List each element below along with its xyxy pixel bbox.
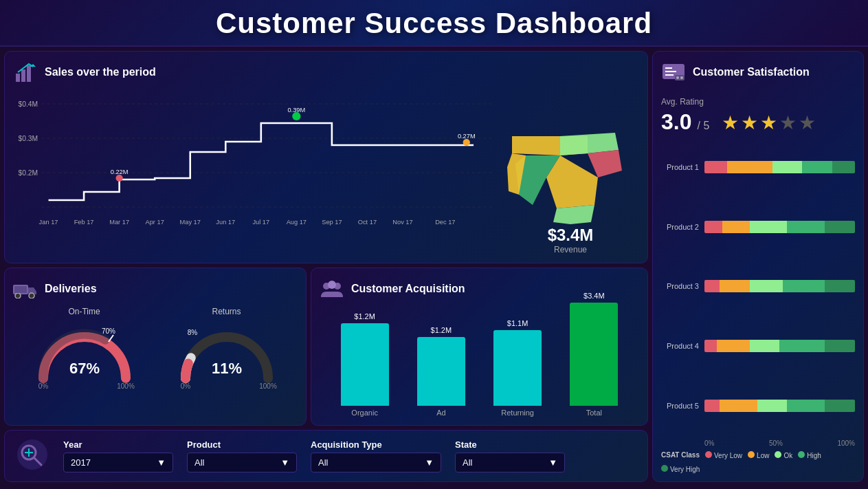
svg-text:May 17: May 17 (180, 219, 201, 226)
csat-bars: Product 1 Product 2 (661, 140, 855, 438)
sales-chart: $0.4M $0.3M $0.2M 0.22M 0.39M 0.27M (13, 90, 495, 228)
svg-point-15 (463, 139, 470, 146)
svg-point-56 (680, 76, 683, 79)
svg-text:Jul 17: Jul 17 (252, 219, 269, 226)
acquisition-select[interactable]: All ▼ (311, 453, 441, 472)
svg-text:Feb 17: Feb 17 (74, 219, 94, 226)
svg-text:67%: 67% (69, 360, 99, 377)
revenue-label: Revenue (554, 245, 587, 254)
dashboard-title: Customer Success Dashboard (0, 7, 868, 40)
acquisition-icon (320, 276, 344, 301)
svg-text:8%: 8% (187, 329, 197, 336)
svg-point-30 (15, 293, 21, 298)
svg-rect-0 (16, 74, 20, 82)
acquisition-filter: Acquisition Type All ▼ (311, 439, 441, 472)
sales-card: Sales over the period $0.4M $0.3M $0.2M (4, 51, 648, 263)
svg-text:$0.3M: $0.3M (18, 135, 38, 142)
year-filter: Year 2017 ▼ (63, 439, 173, 472)
year-select[interactable]: 2017 ▼ (63, 453, 173, 472)
rating-denom: / 5 (697, 120, 709, 132)
product-select[interactable]: All ▼ (187, 453, 297, 472)
svg-text:Nov 17: Nov 17 (392, 219, 412, 226)
svg-text:Apr 17: Apr 17 (146, 219, 164, 226)
svg-text:Sep 17: Sep 17 (322, 219, 342, 226)
svg-text:11%: 11% (211, 360, 241, 377)
revenue-value: $3.4M (548, 226, 594, 245)
satisfaction-card: Customer Satisfaction Avg. Rating 3.0 / … (652, 51, 864, 482)
svg-text:0.22M: 0.22M (111, 169, 129, 175)
satisfaction-title: Customer Satisfaction (661, 60, 855, 85)
csat-product-2: Product 2 (661, 221, 855, 233)
star-rating: ★ ★ ★ ★ ★ (722, 111, 816, 134)
dashboard-header: Customer Success Dashboard (0, 0, 868, 47)
svg-point-44 (328, 281, 336, 289)
truck-icon (13, 276, 38, 301)
svg-text:Dec 17: Dec 17 (435, 219, 455, 226)
state-select[interactable]: All ▼ (455, 453, 565, 472)
svg-text:Oct 17: Oct 17 (358, 219, 377, 226)
svg-text:0%: 0% (180, 382, 190, 389)
csat-product-3: Product 3 (661, 280, 855, 292)
svg-point-31 (29, 293, 34, 298)
acquisition-chart: $1.2M Organic $1.2M Ad $1.1M Returning (320, 307, 639, 417)
revenue-map: $3.4M Revenue (502, 90, 639, 254)
svg-text:Jan 17: Jan 17 (39, 219, 58, 226)
sales-title: Sales over the period (13, 60, 639, 85)
svg-text:Jun 17: Jun 17 (216, 219, 235, 226)
csat-legend: CSAT Class Very Low Low Ok High Very Hig… (661, 451, 855, 473)
svg-text:0.27M: 0.27M (458, 133, 476, 140)
svg-text:100%: 100% (259, 382, 277, 389)
svg-text:0%: 0% (38, 382, 48, 389)
csat-product-1: Product 1 (661, 161, 855, 173)
product-filter: Product All ▼ (187, 439, 297, 472)
svg-text:100%: 100% (117, 382, 135, 389)
ontime-gauge: On-Time 67% 70% (33, 307, 136, 389)
csat-axis: 0% 50% 100% (704, 439, 855, 447)
svg-rect-2 (27, 65, 31, 82)
sales-icon (13, 60, 38, 85)
filter-bar: Year 2017 ▼ Product All ▼ Acquisition Ty… (4, 430, 648, 482)
acquisition-card: Customer Acquisition $1.2M Organic $1.2M… (311, 268, 648, 426)
satisfaction-icon (661, 60, 686, 85)
svg-text:0.39M: 0.39M (287, 107, 305, 113)
svg-text:$0.4M: $0.4M (18, 100, 38, 108)
svg-rect-1 (21, 69, 25, 82)
svg-text:$0.2M: $0.2M (18, 169, 38, 177)
deliveries-card: Deliveries On-Time (4, 268, 307, 426)
rating-value: 3.0 (661, 109, 691, 135)
svg-text:70%: 70% (101, 327, 115, 335)
filter-icon (15, 437, 49, 475)
svg-point-55 (676, 76, 679, 79)
svg-text:Aug 17: Aug 17 (287, 219, 307, 226)
csat-product-5: Product 5 (661, 400, 855, 412)
svg-rect-32 (14, 286, 27, 293)
deliveries-title: Deliveries (13, 276, 298, 301)
avg-rating-label: Avg. Rating (661, 97, 855, 107)
svg-point-11 (115, 175, 122, 182)
state-filter: State All ▼ (455, 439, 565, 472)
csat-product-4: Product 4 (661, 340, 855, 352)
svg-text:Mar 17: Mar 17 (109, 219, 129, 226)
returns-gauge: Returns 11% 8% 0% 100% (175, 307, 278, 389)
